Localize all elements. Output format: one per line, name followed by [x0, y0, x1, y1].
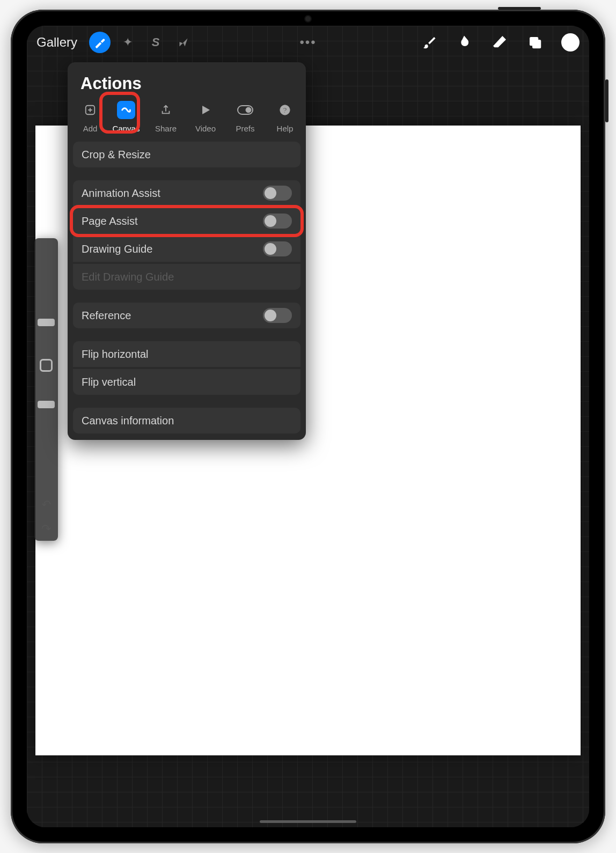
more-menu-button[interactable]: •••: [299, 35, 316, 50]
row-edit-drawing-guide: Edit Drawing Guide: [73, 264, 300, 290]
smudge-icon: [456, 34, 472, 50]
toggle-page-assist[interactable]: [263, 214, 292, 229]
layers-icon: [527, 34, 543, 50]
toggle-animation-assist[interactable]: [263, 186, 292, 201]
brush-icon: [421, 34, 437, 50]
row-label: Crop & Resize: [82, 149, 151, 161]
layers-button[interactable]: [526, 33, 544, 52]
tab-video[interactable]: Video: [186, 101, 225, 133]
toggle-icon: [237, 105, 253, 115]
tab-label: Prefs: [236, 124, 254, 133]
actions-wrench-button[interactable]: [89, 32, 111, 53]
wrench-icon: [94, 36, 106, 48]
redo-icon: ↷: [41, 522, 51, 535]
tab-help[interactable]: ? Help: [265, 101, 305, 133]
add-icon: [84, 104, 96, 116]
row-label: Canvas information: [82, 415, 174, 427]
tab-label: Help: [277, 124, 294, 133]
modify-button[interactable]: [40, 359, 53, 372]
home-indicator[interactable]: [260, 820, 356, 823]
left-sidebar: ↶ ↷: [34, 238, 58, 541]
gallery-button[interactable]: Gallery: [36, 35, 77, 50]
arrow-icon: [178, 37, 189, 48]
row-canvas-information[interactable]: Canvas information: [73, 408, 300, 433]
row-label: Drawing Guide: [82, 243, 152, 255]
actions-panel: Actions Add Canvas: [68, 62, 306, 440]
adjustments-button[interactable]: ✦: [117, 32, 138, 53]
selection-s-icon: S: [152, 35, 160, 49]
tab-label: Share: [155, 124, 177, 133]
row-label: Page Assist: [82, 215, 138, 227]
undo-icon: ↶: [41, 498, 51, 511]
row-page-assist[interactable]: Page Assist: [73, 208, 300, 234]
eraser-tool-button[interactable]: [490, 33, 509, 52]
slider-thumb[interactable]: [38, 319, 55, 326]
svg-point-4: [246, 107, 251, 113]
svg-text:?: ?: [283, 106, 287, 114]
help-icon: ?: [279, 104, 291, 116]
tab-label: Canvas: [113, 124, 140, 133]
row-flip-horizontal[interactable]: Flip horizontal: [73, 341, 300, 367]
eraser-icon: [491, 34, 508, 51]
ellipsis-icon: •••: [299, 35, 316, 49]
redo-button[interactable]: ↷: [41, 522, 51, 536]
transform-button[interactable]: [173, 32, 194, 53]
brush-tool-button[interactable]: [420, 33, 438, 52]
row-label: Flip horizontal: [82, 348, 149, 361]
row-reference[interactable]: Reference: [73, 303, 300, 328]
row-label: Reference: [82, 310, 131, 322]
tab-label: Video: [195, 124, 216, 133]
row-label: Animation Assist: [82, 187, 160, 200]
play-icon: [200, 104, 211, 116]
top-toolbar: Gallery ✦ S •••: [27, 26, 589, 59]
toggle-drawing-guide[interactable]: [263, 241, 292, 256]
smudge-tool-button[interactable]: [455, 33, 473, 52]
toggle-reference[interactable]: [263, 308, 292, 323]
row-animation-assist[interactable]: Animation Assist: [73, 180, 300, 206]
slider-thumb[interactable]: [38, 401, 55, 408]
row-drawing-guide[interactable]: Drawing Guide: [73, 236, 300, 262]
tab-label: Add: [83, 124, 98, 133]
row-flip-vertical[interactable]: Flip vertical: [73, 369, 300, 395]
row-crop-resize[interactable]: Crop & Resize: [73, 142, 300, 167]
tab-prefs[interactable]: Prefs: [225, 101, 265, 133]
tab-add[interactable]: Add: [74, 101, 106, 133]
magic-wand-icon: ✦: [123, 35, 133, 49]
opacity-slider[interactable]: [34, 385, 58, 492]
brush-size-slider[interactable]: [34, 238, 58, 346]
row-label: Flip vertical: [82, 376, 136, 388]
tab-canvas[interactable]: Canvas: [106, 101, 146, 133]
svg-rect-1: [532, 40, 541, 48]
color-swatch[interactable]: [561, 33, 580, 52]
row-label: Edit Drawing Guide: [82, 271, 174, 283]
canvas-icon: [120, 104, 132, 116]
selection-button[interactable]: S: [145, 32, 166, 53]
share-icon: [160, 104, 172, 116]
tab-share[interactable]: Share: [146, 101, 186, 133]
undo-button[interactable]: ↶: [41, 498, 51, 512]
panel-title: Actions: [80, 74, 293, 93]
